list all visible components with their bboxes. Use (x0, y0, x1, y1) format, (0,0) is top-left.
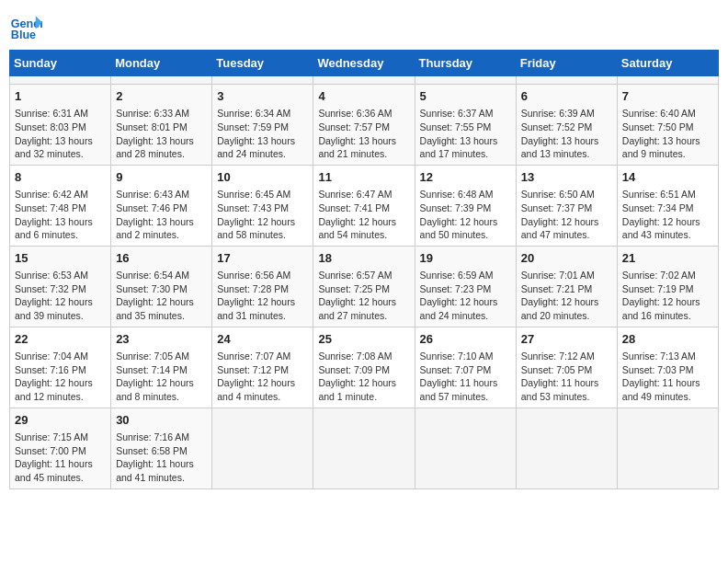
day-info: Sunrise: 6:59 AMSunset: 7:23 PMDaylight:… (420, 269, 511, 323)
calendar-cell: 20Sunrise: 7:01 AMSunset: 7:21 PMDayligh… (516, 246, 617, 327)
logo-icon: General Blue (9, 9, 42, 42)
calendar-cell: 4Sunrise: 6:36 AMSunset: 7:57 PMDaylight… (313, 85, 415, 166)
calendar-week-row (10, 76, 719, 85)
day-number: 28 (622, 331, 713, 348)
weekday-header-row: SundayMondayTuesdayWednesdayThursdayFrid… (10, 51, 719, 76)
day-number: 11 (318, 169, 409, 186)
day-info: Sunrise: 7:08 AMSunset: 7:09 PMDaylight:… (318, 350, 409, 404)
day-number: 3 (217, 88, 308, 105)
day-info: Sunrise: 6:33 AMSunset: 8:01 PMDaylight:… (116, 107, 207, 161)
day-info: Sunrise: 6:43 AMSunset: 7:46 PMDaylight:… (116, 188, 207, 242)
calendar-cell: 25Sunrise: 7:08 AMSunset: 7:09 PMDayligh… (313, 327, 415, 408)
svg-text:Blue: Blue (11, 29, 36, 41)
calendar-cell: 8Sunrise: 6:42 AMSunset: 7:48 PMDaylight… (10, 165, 111, 246)
calendar-cell (516, 76, 617, 85)
day-info: Sunrise: 6:50 AMSunset: 7:37 PMDaylight:… (521, 188, 612, 242)
day-info: Sunrise: 6:36 AMSunset: 7:57 PMDaylight:… (318, 107, 409, 161)
weekday-header-saturday: Saturday (617, 51, 718, 76)
day-info: Sunrise: 7:01 AMSunset: 7:21 PMDaylight:… (521, 269, 612, 323)
calendar-cell: 14Sunrise: 6:51 AMSunset: 7:34 PMDayligh… (617, 165, 718, 246)
day-info: Sunrise: 7:05 AMSunset: 7:14 PMDaylight:… (116, 350, 207, 404)
calendar-cell (516, 408, 617, 488)
calendar-cell: 6Sunrise: 6:39 AMSunset: 7:52 PMDaylight… (516, 85, 617, 166)
day-number: 16 (116, 250, 207, 267)
day-info: Sunrise: 6:54 AMSunset: 7:30 PMDaylight:… (116, 269, 207, 323)
calendar-cell: 15Sunrise: 6:53 AMSunset: 7:32 PMDayligh… (10, 246, 111, 327)
calendar-cell: 22Sunrise: 7:04 AMSunset: 7:16 PMDayligh… (10, 327, 111, 408)
day-info: Sunrise: 7:15 AMSunset: 7:00 PMDaylight:… (15, 431, 106, 485)
weekday-header-tuesday: Tuesday (212, 51, 313, 76)
day-number: 21 (622, 250, 713, 267)
day-info: Sunrise: 6:45 AMSunset: 7:43 PMDaylight:… (217, 188, 308, 242)
calendar-cell: 27Sunrise: 7:12 AMSunset: 7:05 PMDayligh… (516, 327, 617, 408)
calendar-week-row: 1Sunrise: 6:31 AMSunset: 8:03 PMDaylight… (10, 85, 719, 166)
day-number: 8 (15, 169, 106, 186)
day-info: Sunrise: 7:16 AMSunset: 6:58 PMDaylight:… (116, 431, 207, 485)
calendar-cell: 3Sunrise: 6:34 AMSunset: 7:59 PMDaylight… (212, 85, 313, 166)
calendar-cell: 29Sunrise: 7:15 AMSunset: 7:00 PMDayligh… (10, 408, 111, 488)
calendar-cell: 30Sunrise: 7:16 AMSunset: 6:58 PMDayligh… (111, 408, 212, 488)
day-number: 5 (420, 88, 511, 105)
day-number: 30 (116, 412, 207, 429)
calendar-table: SundayMondayTuesdayWednesdayThursdayFrid… (9, 50, 719, 489)
calendar-week-row: 29Sunrise: 7:15 AMSunset: 7:00 PMDayligh… (10, 408, 719, 488)
day-number: 2 (116, 88, 207, 105)
calendar-cell: 1Sunrise: 6:31 AMSunset: 8:03 PMDaylight… (10, 85, 111, 166)
day-number: 22 (15, 331, 106, 348)
calendar-cell: 23Sunrise: 7:05 AMSunset: 7:14 PMDayligh… (111, 327, 212, 408)
calendar-week-row: 15Sunrise: 6:53 AMSunset: 7:32 PMDayligh… (10, 246, 719, 327)
calendar-cell (212, 76, 313, 85)
calendar-cell: 10Sunrise: 6:45 AMSunset: 7:43 PMDayligh… (212, 165, 313, 246)
day-number: 20 (521, 250, 612, 267)
day-number: 15 (15, 250, 106, 267)
day-number: 12 (420, 169, 511, 186)
day-number: 27 (521, 331, 612, 348)
day-info: Sunrise: 7:04 AMSunset: 7:16 PMDaylight:… (15, 350, 106, 404)
day-info: Sunrise: 6:31 AMSunset: 8:03 PMDaylight:… (15, 107, 106, 161)
day-number: 9 (116, 169, 207, 186)
day-info: Sunrise: 6:34 AMSunset: 7:59 PMDaylight:… (217, 107, 308, 161)
day-number: 14 (622, 169, 713, 186)
weekday-header-wednesday: Wednesday (313, 51, 415, 76)
calendar-cell (313, 76, 415, 85)
calendar-cell: 5Sunrise: 6:37 AMSunset: 7:55 PMDaylight… (415, 85, 516, 166)
day-info: Sunrise: 6:42 AMSunset: 7:48 PMDaylight:… (15, 188, 106, 242)
day-info: Sunrise: 6:40 AMSunset: 7:50 PMDaylight:… (622, 107, 713, 161)
page-header: General Blue (9, 9, 719, 42)
calendar-cell: 26Sunrise: 7:10 AMSunset: 7:07 PMDayligh… (415, 327, 516, 408)
day-number: 25 (318, 331, 409, 348)
day-number: 13 (521, 169, 612, 186)
calendar-cell (313, 408, 415, 488)
day-number: 6 (521, 88, 612, 105)
weekday-header-sunday: Sunday (10, 51, 111, 76)
calendar-cell (617, 408, 718, 488)
day-info: Sunrise: 7:07 AMSunset: 7:12 PMDaylight:… (217, 350, 308, 404)
calendar-cell: 12Sunrise: 6:48 AMSunset: 7:39 PMDayligh… (415, 165, 516, 246)
day-info: Sunrise: 7:12 AMSunset: 7:05 PMDaylight:… (521, 350, 612, 404)
calendar-week-row: 8Sunrise: 6:42 AMSunset: 7:48 PMDaylight… (10, 165, 719, 246)
calendar-cell: 18Sunrise: 6:57 AMSunset: 7:25 PMDayligh… (313, 246, 415, 327)
day-number: 18 (318, 250, 409, 267)
calendar-cell (415, 408, 516, 488)
day-number: 23 (116, 331, 207, 348)
calendar-cell: 24Sunrise: 7:07 AMSunset: 7:12 PMDayligh… (212, 327, 313, 408)
day-number: 7 (622, 88, 713, 105)
calendar-cell: 17Sunrise: 6:56 AMSunset: 7:28 PMDayligh… (212, 246, 313, 327)
day-info: Sunrise: 6:53 AMSunset: 7:32 PMDaylight:… (15, 269, 106, 323)
day-number: 24 (217, 331, 308, 348)
day-info: Sunrise: 6:39 AMSunset: 7:52 PMDaylight:… (521, 107, 612, 161)
day-info: Sunrise: 7:13 AMSunset: 7:03 PMDaylight:… (622, 350, 713, 404)
calendar-cell: 2Sunrise: 6:33 AMSunset: 8:01 PMDaylight… (111, 85, 212, 166)
day-number: 19 (420, 250, 511, 267)
calendar-cell (415, 76, 516, 85)
weekday-header-friday: Friday (516, 51, 617, 76)
day-number: 10 (217, 169, 308, 186)
weekday-header-monday: Monday (111, 51, 212, 76)
calendar-cell (212, 408, 313, 488)
calendar-cell (617, 76, 718, 85)
day-number: 1 (15, 88, 106, 105)
calendar-cell: 21Sunrise: 7:02 AMSunset: 7:19 PMDayligh… (617, 246, 718, 327)
day-info: Sunrise: 7:02 AMSunset: 7:19 PMDaylight:… (622, 269, 713, 323)
day-info: Sunrise: 6:48 AMSunset: 7:39 PMDaylight:… (420, 188, 511, 242)
weekday-header-thursday: Thursday (415, 51, 516, 76)
